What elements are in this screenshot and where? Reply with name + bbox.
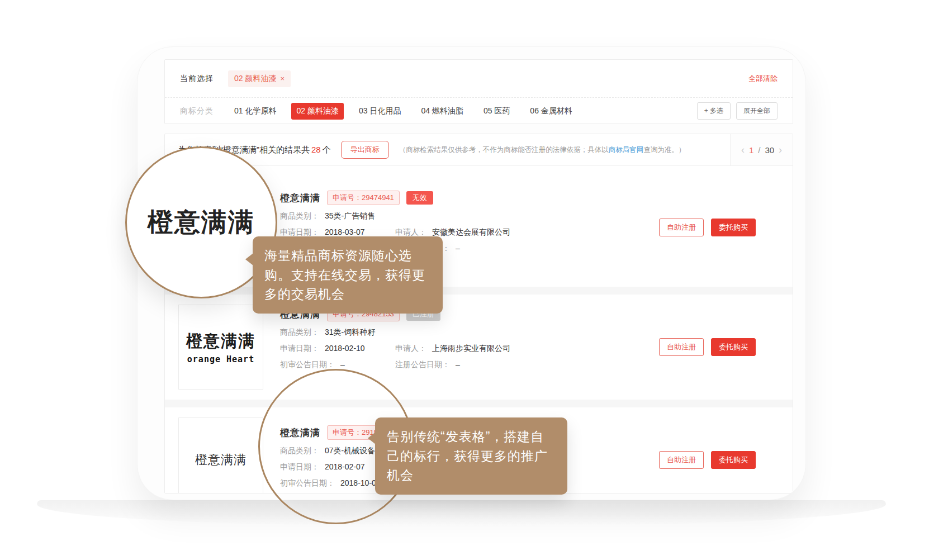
entrust-purchase-button[interactable]: 委托购买: [711, 219, 756, 236]
multi-select-button[interactable]: + 多选: [697, 102, 731, 120]
field-value: 上海雨步实业有限公司: [432, 343, 510, 354]
self-register-button[interactable]: 自助注册: [659, 219, 704, 236]
trademark-image: 橙意满满 orange Heart: [178, 305, 263, 390]
trademark-name: 橙意满满: [280, 192, 320, 205]
callout-promotion-text: 告别传统“发表格”，搭建自己的标行，获得更多的推广机会: [387, 429, 548, 482]
callout-promotion: 告别传统“发表格”，搭建自己的标行，获得更多的推广机会: [375, 417, 567, 495]
field-label: 申请日期：: [280, 343, 319, 354]
field-line: 初审公告日期：– 注册公告日期：–: [280, 359, 510, 370]
tab-01-chemical[interactable]: 01 化学原料: [229, 103, 281, 120]
chevron-left-icon[interactable]: ‹: [741, 145, 745, 155]
tab-05-pharma[interactable]: 05 医药: [478, 103, 515, 120]
entrust-purchase-button[interactable]: 委托购买: [711, 338, 756, 356]
close-icon[interactable]: ×: [280, 74, 285, 83]
expand-all-button[interactable]: 展开全部: [736, 102, 778, 120]
field-line: 商品类别：31类-饲料种籽: [280, 326, 510, 338]
page: 当前选择 02 颜料油漆 × 全部清除 商标分类 01 化学原料 02 颜料油漆…: [0, 0, 948, 560]
field-value: –: [456, 359, 460, 370]
page-current: 1: [749, 145, 753, 155]
current-selection-label: 当前选择: [180, 74, 214, 84]
tab-03-cosmetics[interactable]: 03 日化用品: [354, 103, 406, 120]
tab-06-metal[interactable]: 06 金属材料: [525, 103, 577, 120]
disclaimer-open: （商标检索结果仅供参考，不作为商标能否注册的法律依据；具体以: [399, 146, 609, 154]
trademark-titlebar: 橙意满满 申请号：29474941 无效: [280, 191, 510, 205]
export-trademarks-button[interactable]: 导出商标: [341, 141, 389, 159]
results-count: 28: [311, 145, 321, 154]
field-value: –: [456, 243, 460, 254]
field-value: 35类-广告销售: [325, 210, 375, 221]
results-header: 为您检索到“橙意满满”相关的结果共28个 导出商标 （商标检索结果仅供参考，不作…: [165, 134, 793, 166]
entrust-purchase-button[interactable]: 委托购买: [711, 451, 756, 469]
field-label: 商品类别：: [280, 210, 319, 221]
trademark-image-text: 橙意满满: [195, 452, 247, 468]
trademark-office-link[interactable]: 商标局官网: [609, 146, 644, 154]
field-label: 申请人：: [395, 226, 426, 238]
summary-unit: 个: [323, 145, 331, 154]
row-actions: 自助注册 委托购买: [659, 338, 756, 356]
laptop-base: [37, 500, 886, 526]
category-tabs: 01 化学原料 02 颜料油漆 03 日化用品 04 燃料油脂 05 医药 06…: [229, 103, 577, 120]
selected-filter-chip-label: 02 颜料油漆: [234, 74, 276, 84]
row-actions: 自助注册 委托购买: [659, 451, 756, 469]
tab-02-paint[interactable]: 02 颜料油漆: [291, 103, 343, 120]
filter-panel: 当前选择 02 颜料油漆 × 全部清除 商标分类 01 化学原料 02 颜料油漆…: [164, 59, 793, 124]
disclaimer-text: （商标检索结果仅供参考，不作为商标能否注册的法律依据；具体以商标局官网查询为准。…: [399, 145, 686, 155]
field-line: 申请日期：2018-03-07 申请人：安徽美达会展有限公司: [280, 226, 510, 238]
status-badge: 无效: [406, 191, 433, 205]
category-actions: + 多选 展开全部: [697, 102, 778, 120]
tab-04-fuel[interactable]: 04 燃料油脂: [416, 103, 468, 120]
page-total: 30: [765, 145, 774, 155]
category-row: 商标分类 01 化学原料 02 颜料油漆 03 日化用品 04 燃料油脂 05 …: [165, 98, 793, 124]
field-value: 2018-02-10: [325, 343, 365, 354]
application-number-label: 申请号：: [333, 193, 362, 202]
application-number-value: 29474941: [362, 193, 394, 202]
category-label: 商标分类: [180, 106, 214, 116]
field-value: –: [340, 359, 345, 370]
chevron-right-icon[interactable]: ›: [779, 145, 782, 155]
field-label: 初审公告日期：: [280, 359, 335, 370]
field-label: 申请人：: [395, 343, 426, 354]
current-selection-row: 当前选择 02 颜料油漆 × 全部清除: [165, 60, 793, 98]
field-label: 注册公告日期：: [395, 359, 450, 370]
trademark-image: 橙意满满: [178, 417, 263, 493]
field-label: 申请日期：: [280, 226, 319, 238]
application-number-chip: 申请号：29474941: [327, 191, 400, 205]
row-divider: [165, 400, 793, 407]
field-value: 安徽美达会展有限公司: [432, 226, 510, 238]
summary-mid: ”相关的结果共: [257, 145, 310, 154]
page-separator: /: [758, 145, 760, 155]
clear-all-link[interactable]: 全部清除: [748, 74, 778, 84]
pagination: ‹ 1 / 30 ›: [730, 134, 793, 165]
field-value: 2018-03-07: [325, 226, 365, 238]
trademark-image-subtext: orange Heart: [187, 354, 254, 364]
results-summary-area: 为您检索到“橙意满满”相关的结果共28个 导出商标 （商标检索结果仅供参考，不作…: [165, 134, 730, 165]
row-actions: 自助注册 委托购买: [659, 219, 756, 236]
disclaimer-close: 查询为准。）: [643, 146, 685, 154]
self-register-button[interactable]: 自助注册: [659, 338, 704, 356]
trademark-image-text: 橙意满满: [186, 330, 255, 353]
field-label: 商品类别：: [280, 326, 319, 338]
callout-marketplace-text: 海量精品商标资源随心选购。支持在线交易，获得更多的交易机会: [264, 248, 425, 301]
field-line: 申请日期：2018-02-10 申请人：上海雨步实业有限公司: [280, 343, 510, 354]
field-line: 商品类别：35类-广告销售: [280, 210, 510, 221]
callout-marketplace: 海量精品商标资源随心选购。支持在线交易，获得更多的交易机会: [253, 236, 443, 314]
self-register-button[interactable]: 自助注册: [659, 451, 704, 469]
field-value: 31类-饲料种籽: [325, 326, 375, 338]
magnified-trademark-text: 橙意满满: [148, 205, 255, 240]
selected-filter-chip[interactable]: 02 颜料油漆 ×: [228, 70, 291, 87]
